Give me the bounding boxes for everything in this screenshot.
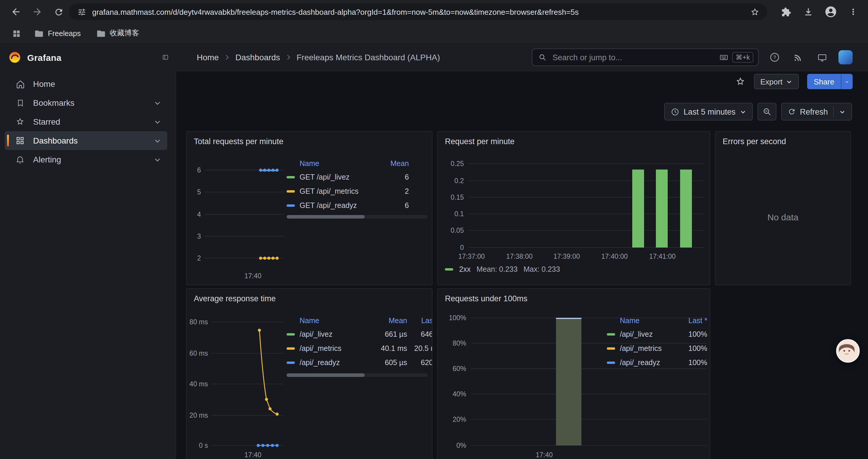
series-name[interactable]: 2xx	[459, 265, 471, 273]
chevron-down-icon	[740, 108, 746, 115]
legend-header-name[interactable]: Name	[300, 159, 382, 167]
chevron-down-icon[interactable]	[154, 156, 161, 163]
series-color-icon	[445, 268, 453, 270]
sidebar-item-bookmarks[interactable]: Bookmarks	[5, 93, 167, 112]
breadcrumb-home[interactable]: Home	[197, 53, 219, 62]
legend-header-name[interactable]: Name	[620, 316, 675, 325]
series-name[interactable]: /api/_livez	[620, 330, 675, 338]
kiosk-monitor-icon[interactable]	[815, 50, 829, 64]
extensions-icon[interactable]	[777, 3, 795, 21]
legend-scrollbar[interactable]	[286, 215, 428, 219]
time-range-label: Last 5 minutes	[684, 107, 736, 116]
legend-header-last[interactable]: Last *	[675, 316, 707, 325]
forward-button[interactable]	[28, 3, 46, 21]
search-box[interactable]: ⌘+k	[532, 48, 759, 66]
time-controls: Last 5 minutes Refresh	[664, 103, 852, 121]
series-name[interactable]: /api/_livez	[300, 330, 373, 338]
panel-title[interactable]: Errors per second	[723, 137, 786, 146]
bookmark-freeleaps[interactable]: Freeleaps	[34, 29, 81, 38]
series-mean: 6	[382, 201, 409, 210]
time-range-picker[interactable]: Last 5 minutes	[664, 103, 753, 121]
series-last: 20.5 r	[407, 345, 433, 353]
y-axis-tick: 5	[187, 188, 201, 196]
series-mean: 2	[382, 187, 409, 196]
sidebar-toggle-icon[interactable]	[158, 50, 173, 64]
legend-scrollbar[interactable]	[286, 373, 428, 377]
legend-row: GET /api/_livez 6	[286, 170, 428, 184]
panel-title[interactable]: Total requests per minute	[194, 137, 283, 146]
chevron-down-icon[interactable]	[154, 137, 161, 144]
zoom-out-button[interactable]	[757, 103, 776, 121]
news-rss-icon[interactable]	[791, 50, 805, 64]
series-color-icon	[286, 347, 295, 350]
chevron-down-icon[interactable]	[154, 99, 161, 107]
panel-title[interactable]: Average response time	[194, 294, 276, 303]
sidebar-item-alerting[interactable]: Alerting	[5, 150, 167, 169]
sidebar-item-home[interactable]: Home	[5, 74, 167, 93]
grafana-logo-icon[interactable]	[8, 51, 21, 64]
series-color-icon	[607, 347, 615, 350]
y-axis-tick: 60%	[438, 364, 466, 373]
scrollbar-thumb[interactable]	[286, 215, 365, 219]
url-text[interactable]: grafana.mathmast.com/d/deytv4rwavabkb/fr…	[92, 7, 743, 16]
series-color-icon	[286, 362, 295, 364]
breadcrumb-dashboards[interactable]: Dashboards	[236, 53, 280, 62]
bookmark-label: Freeleaps	[48, 29, 81, 37]
series-last: 100%	[675, 359, 707, 367]
bookmark-star-icon[interactable]	[750, 7, 760, 17]
menu-kebab-icon[interactable]	[844, 3, 862, 21]
series-name[interactable]: /api/_readyz	[300, 359, 373, 367]
legend-header-name[interactable]: Name	[300, 316, 373, 325]
series-name[interactable]: /api/_readyz	[620, 359, 675, 367]
panel-under-100ms: Requests under 100ms 100% 80% 60% 40% 20…	[437, 288, 710, 459]
series-name[interactable]: /api/_metrics	[300, 345, 373, 353]
series-name[interactable]: /api/_metrics	[620, 345, 675, 353]
reload-button[interactable]	[50, 3, 67, 21]
legend-header-mean[interactable]: Mean	[373, 316, 407, 325]
refresh-icon	[787, 107, 796, 116]
y-axis-tick: 20 ms	[187, 411, 208, 419]
help-icon[interactable]: ?	[768, 50, 782, 64]
sidebar-item-label: Home	[33, 79, 55, 89]
legend-table: Name Mean GET /api/_livez 6 GET /api/_me…	[286, 157, 428, 213]
downloads-icon[interactable]	[800, 3, 817, 21]
profile-avatar[interactable]	[822, 3, 840, 21]
chat-avatar[interactable]	[836, 339, 860, 363]
favorite-star-icon[interactable]	[735, 76, 745, 87]
user-avatar[interactable]	[838, 50, 852, 64]
sidebar-item-dashboards[interactable]: Dashboards	[5, 131, 167, 150]
bookmark-label: 收藏博客	[110, 28, 139, 38]
back-button[interactable]	[7, 3, 25, 21]
scrollbar-thumb[interactable]	[286, 373, 365, 377]
site-settings-icon[interactable]	[78, 7, 86, 16]
legend-header-mean[interactable]: Mean	[382, 159, 409, 167]
folder-icon	[96, 29, 105, 38]
x-axis-tick: 17:40	[241, 272, 265, 280]
series-color-icon	[607, 362, 615, 364]
series-name[interactable]: GET /api/_metrics	[300, 187, 382, 196]
legend: 2xx Mean: 0.233 Max: 0.233	[445, 265, 560, 273]
dashboard-canvas: Export Share Last 5 minutes	[176, 71, 868, 459]
export-button[interactable]: Export	[754, 74, 799, 89]
panel-title[interactable]: Requests under 100ms	[445, 294, 527, 303]
y-axis-tick: 0.2	[438, 177, 464, 185]
url-bar[interactable]: grafana.mathmast.com/d/deytv4rwavabkb/fr…	[69, 4, 767, 20]
refresh-button[interactable]: Refresh	[781, 103, 852, 121]
series-name[interactable]: GET /api/_readyz	[300, 201, 382, 210]
legend-header-last[interactable]: Las	[407, 316, 433, 325]
panel-title[interactable]: Request per minute	[445, 137, 515, 146]
share-button[interactable]: Share	[807, 74, 841, 89]
series-color-icon	[286, 204, 295, 207]
legend-header-row: Name Mean Las	[286, 314, 433, 327]
sidebar-item-starred[interactable]: Starred	[5, 112, 167, 131]
legend-row: /api/_readyz 100%	[607, 356, 707, 370]
search-input[interactable]	[551, 52, 719, 62]
bookmark-blog[interactable]: 收藏博客	[96, 28, 139, 38]
chevron-right-icon	[285, 54, 292, 61]
clock-icon	[671, 107, 680, 116]
y-axis-tick: 100%	[438, 314, 466, 322]
series-name[interactable]: GET /api/_livez	[300, 173, 382, 182]
chevron-down-icon[interactable]	[154, 118, 161, 126]
share-menu-chevron-icon[interactable]	[841, 74, 852, 89]
apps-grid-icon[interactable]	[8, 28, 25, 39]
